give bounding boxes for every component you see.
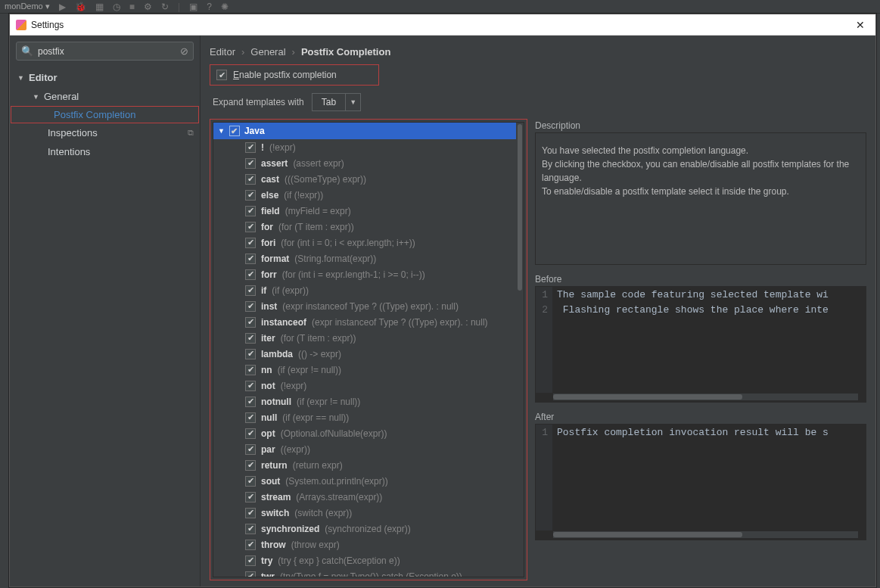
template-item[interactable]: ✔opt(Optional.ofNullable(expr)) (213, 425, 518, 441)
template-item[interactable]: ✔instanceof(expr instanceof Type ? ((Typ… (213, 314, 518, 330)
close-icon[interactable]: ✕ (851, 17, 869, 33)
template-item[interactable]: ✔cast(((SomeType) expr)) (213, 171, 518, 187)
vertical-scrollbar[interactable] (516, 123, 524, 577)
template-item[interactable]: ✔else(if (!expr)) (213, 187, 518, 203)
lang-java-header[interactable]: ▼ ✔ Java (213, 123, 524, 139)
template-checkbox[interactable]: ✔ (245, 158, 256, 169)
template-checkbox[interactable]: ✔ (245, 254, 256, 264)
search-input[interactable] (38, 46, 176, 57)
template-name: fori (261, 238, 275, 248)
tree-general[interactable]: ▼ General (10, 87, 200, 106)
tree-editor[interactable]: ▼ Editor (10, 68, 200, 87)
template-checkbox[interactable]: ✔ (245, 238, 256, 248)
template-desc: (System.out.println(expr)) (285, 476, 387, 487)
template-item[interactable]: ✔forr(for (int i = expr.length-1; i >= 0… (213, 266, 518, 282)
tool-icon-2[interactable]: ↻ (161, 2, 169, 12)
template-item[interactable]: ✔assert(assert expr) (213, 155, 518, 171)
template-desc: (throw expr) (291, 540, 340, 550)
template-checkbox[interactable]: ✔ (245, 222, 256, 232)
debug-icon[interactable]: 🐞 (75, 2, 86, 12)
template-checkbox[interactable]: ✔ (245, 206, 256, 216)
template-item[interactable]: ✔try(try { exp } catch(Exception e)) (213, 552, 518, 568)
enable-postfix-row[interactable]: ✔ Enable postfix completion (210, 64, 379, 86)
template-checkbox[interactable]: ✔ (245, 301, 256, 312)
template-item[interactable]: ✔!(!expr) (213, 139, 518, 155)
template-checkbox[interactable]: ✔ (245, 381, 256, 391)
template-checkbox[interactable]: ✔ (245, 349, 256, 359)
tool-icon-4[interactable]: ✺ (221, 2, 229, 12)
template-checkbox[interactable]: ✔ (245, 285, 256, 296)
template-item[interactable]: ✔fori(for (int i = 0; i < expr.length; i… (213, 235, 518, 250)
template-checkbox[interactable]: ✔ (245, 174, 256, 185)
template-checkbox[interactable]: ✔ (245, 571, 256, 577)
template-checkbox[interactable]: ✔ (245, 444, 256, 455)
stop-icon[interactable]: ■ (129, 2, 135, 12)
help-icon[interactable]: ? (207, 2, 212, 12)
tree-intentions[interactable]: Intentions (10, 142, 200, 161)
template-item[interactable]: ✔if(if (expr)) (213, 282, 518, 298)
template-checkbox[interactable]: ✔ (245, 333, 256, 344)
clear-search-icon[interactable]: ⊘ (180, 45, 188, 57)
template-item[interactable]: ✔notnull(if (expr != null)) (213, 394, 518, 409)
template-item[interactable]: ✔twr(try(Type f = new Type()) catch (Exc… (213, 568, 518, 577)
template-checkbox[interactable]: ✔ (245, 540, 256, 550)
template-checkbox[interactable]: ✔ (245, 555, 256, 566)
template-item[interactable]: ✔null(if (expr == null)) (213, 409, 518, 425)
title-bar[interactable]: Settings ✕ (10, 14, 875, 36)
template-name: twr (261, 571, 275, 577)
horizontal-scrollbar[interactable] (553, 394, 858, 400)
tree-postfix-completion[interactable]: Postfix Completion (11, 106, 199, 123)
template-checkbox[interactable]: ✔ (245, 397, 256, 407)
template-item[interactable]: ✔iter(for (T item : expr)) (213, 330, 518, 346)
expand-select[interactable]: Tab ▼ (312, 93, 361, 111)
tree-inspections[interactable]: Inspections ⧉ (10, 123, 200, 142)
enable-checkbox[interactable]: ✔ (216, 70, 227, 80)
template-checkbox[interactable]: ✔ (245, 190, 256, 201)
template-checkbox[interactable]: ✔ (245, 142, 256, 153)
scrollbar-thumb[interactable] (553, 394, 742, 400)
profile-icon[interactable]: ◷ (113, 2, 120, 12)
template-item[interactable]: ✔for(for (T item : expr)) (213, 219, 518, 235)
search-box[interactable]: 🔍 ⊘ (16, 42, 194, 61)
template-checkbox[interactable]: ✔ (245, 460, 256, 471)
template-checkbox[interactable]: ✔ (245, 524, 256, 534)
breadcrumb-general[interactable]: General (250, 46, 285, 58)
template-item[interactable]: ✔not(!expr) (213, 378, 518, 394)
run-config-combo[interactable]: monDemo ▾ (5, 2, 50, 11)
template-item[interactable]: ✔nn(if (expr != null)) (213, 362, 518, 378)
template-item[interactable]: ✔par((expr)) (213, 441, 518, 457)
template-item[interactable]: ✔return(return expr) (213, 457, 518, 473)
breadcrumb-editor[interactable]: Editor (210, 46, 235, 58)
tool-icon-1[interactable]: ⚙ (144, 2, 152, 12)
template-checkbox[interactable]: ✔ (245, 269, 256, 280)
template-checkbox[interactable]: ✔ (245, 476, 256, 487)
template-checkbox[interactable]: ✔ (245, 365, 256, 375)
template-item[interactable]: ✔inst(expr instanceof Type ? ((Type) exp… (213, 298, 518, 314)
template-checkbox[interactable]: ✔ (245, 508, 256, 518)
tool-icon-3[interactable]: ▣ (189, 2, 197, 12)
template-list[interactable]: ✔!(!expr)✔assert(assert expr)✔cast(((Som… (213, 139, 518, 577)
coverage-icon[interactable]: ▦ (95, 2, 104, 12)
template-checkbox[interactable]: ✔ (245, 412, 256, 423)
run-icon[interactable]: ▶ (59, 2, 66, 12)
expand-value: Tab (313, 94, 345, 110)
template-checkbox[interactable]: ✔ (245, 428, 256, 439)
template-checkbox[interactable]: ✔ (245, 317, 256, 328)
tree-label: Inspections (48, 127, 98, 138)
template-item[interactable]: ✔lambda(() -> expr) (213, 346, 518, 362)
scrollbar-thumb[interactable] (518, 124, 522, 291)
before-editor[interactable]: 1The sample code featuring selected temp… (535, 286, 866, 403)
after-editor[interactable]: 1Postfix completion invocation result wi… (535, 424, 866, 540)
scrollbar-thumb[interactable] (553, 532, 742, 537)
template-item[interactable]: ✔switch(switch (expr)) (213, 505, 518, 521)
template-item[interactable]: ✔field(myField = expr) (213, 203, 518, 219)
template-item[interactable]: ✔throw(throw expr) (213, 537, 518, 552)
chevron-down-icon[interactable]: ▼ (345, 94, 360, 110)
horizontal-scrollbar[interactable] (553, 531, 858, 538)
template-item[interactable]: ✔synchronized(synchronized (expr)) (213, 521, 518, 537)
template-item[interactable]: ✔stream(Arrays.stream(expr)) (213, 489, 518, 505)
lang-java-checkbox[interactable]: ✔ (229, 126, 240, 136)
template-item[interactable]: ✔sout(System.out.println(expr)) (213, 473, 518, 489)
template-item[interactable]: ✔format(String.format(expr)) (213, 250, 518, 266)
template-checkbox[interactable]: ✔ (245, 492, 256, 502)
